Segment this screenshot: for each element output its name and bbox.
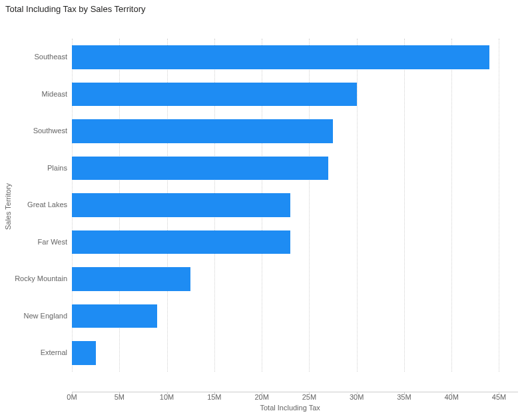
bar[interactable]: [72, 341, 96, 365]
bar[interactable]: [72, 230, 290, 254]
y-tick-label: Plains: [4, 150, 67, 187]
bar[interactable]: [72, 267, 190, 291]
y-tick-label: Far West: [4, 224, 67, 261]
bar[interactable]: [72, 304, 157, 328]
x-tick-label: 45M: [492, 393, 506, 401]
y-tick-label: Southeast: [4, 39, 67, 76]
bar-row: [72, 334, 518, 372]
x-tick-label: 25M: [302, 393, 316, 401]
bar[interactable]: [72, 45, 489, 69]
x-tick-label: 20M: [254, 393, 268, 401]
y-tick-label: Great Lakes: [4, 187, 67, 224]
y-tick-label: Southwest: [4, 113, 67, 150]
bar[interactable]: [72, 83, 357, 107]
x-tick-label: 35M: [397, 393, 411, 401]
y-tick-label: Rocky Mountain: [4, 260, 67, 298]
bar-row: [72, 260, 518, 298]
x-tick-label: 40M: [445, 393, 459, 401]
bar[interactable]: [72, 193, 290, 217]
chart-title: Total Including Tax by Sales Territory: [0, 0, 532, 14]
plot-region: [72, 39, 518, 372]
x-tick-label: 5M: [115, 393, 125, 401]
bar-row: [72, 39, 518, 76]
bar-row: [72, 187, 518, 224]
y-tick-label: External: [4, 334, 67, 372]
bar-row: [72, 113, 518, 150]
y-tick-label: New England: [4, 298, 67, 335]
x-tick-label: 0M: [67, 393, 77, 401]
bar[interactable]: [72, 119, 333, 143]
y-tick-label: Mideast: [4, 76, 67, 113]
x-tick-label: 10M: [160, 393, 174, 401]
x-tick-label: 15M: [207, 393, 221, 401]
chart-area: Sales Territory Total Including Tax 0M5M…: [0, 20, 532, 413]
x-tick-label: 30M: [350, 393, 364, 401]
x-axis-title: Total Including Tax: [260, 404, 320, 412]
bar-row: [72, 76, 518, 113]
bar-row: [72, 224, 518, 261]
bar-row: [72, 150, 518, 187]
bar-row: [72, 298, 518, 335]
bar[interactable]: [72, 157, 328, 181]
